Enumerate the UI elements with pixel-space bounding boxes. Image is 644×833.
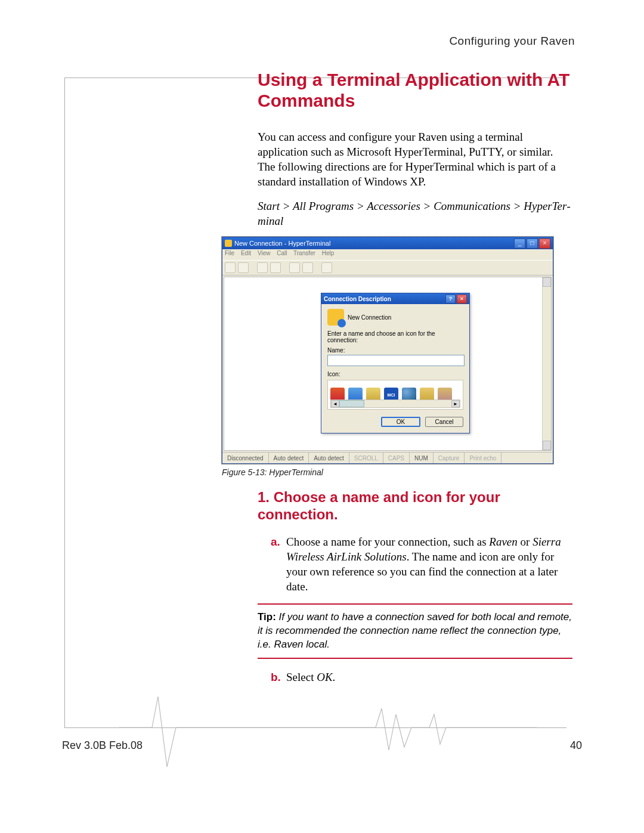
step-1a: a. Choose a name for your connection, su… [271, 534, 572, 594]
new-connection-label: New Connection [348, 314, 391, 321]
tip-label: Tip: [258, 611, 279, 623]
marker-b: b. [271, 670, 286, 685]
step-1b-text-2: . [333, 671, 336, 683]
hyperterminal-window: New Connection - HyperTerminal _ □ × Fil… [222, 237, 553, 464]
minimize-button[interactable]: _ [514, 239, 525, 249]
maximize-button[interactable]: □ [527, 239, 538, 249]
status-connection: Disconnected [222, 453, 269, 463]
tip-text: If you want to have a connection saved f… [258, 611, 572, 650]
window-title-text: New Connection - HyperTerminal [234, 240, 330, 247]
status-scroll: SCROLL [349, 453, 383, 463]
status-num: NUM [410, 453, 434, 463]
running-header: Configuring your Raven [449, 35, 575, 48]
tool-open-icon[interactable] [238, 262, 249, 273]
menu-file[interactable]: File [225, 250, 234, 256]
status-capture: Capture [434, 453, 465, 463]
ok-button[interactable]: OK [381, 417, 420, 427]
menu-path: Start > All Programs > Accessories > Com… [258, 199, 572, 228]
icon-scrollbar[interactable]: ◄ ► [330, 400, 460, 408]
menu-transfer[interactable]: Transfer [293, 250, 315, 256]
status-printecho: Print echo [465, 453, 501, 463]
menu-view[interactable]: View [258, 250, 271, 256]
step-1b-em: OK [317, 671, 332, 683]
cancel-button[interactable]: Cancel [425, 417, 463, 427]
status-detect-2: Auto detect [309, 453, 349, 463]
menu-edit[interactable]: Edit [241, 250, 251, 256]
scrollbar-vertical[interactable] [542, 277, 551, 450]
figure-caption: Figure 5-13: HyperTerminal [222, 467, 572, 477]
status-detect-1: Auto detect [269, 453, 309, 463]
step-1a-text-1: Choose a name for your connection, such … [286, 535, 489, 548]
step-1a-em-1: Raven [489, 535, 517, 548]
menu-bar: File Edit View Call Transfer Help [222, 249, 553, 260]
name-label: Name: [327, 347, 463, 354]
app-icon [225, 240, 232, 247]
step-1b-text-1: Select [286, 671, 317, 683]
tool-new-icon[interactable] [225, 262, 236, 273]
footer-revision: Rev 3.0B Feb.08 [62, 739, 143, 752]
dialog-title-text: Connection Description [324, 296, 391, 302]
scroll-up-icon[interactable] [543, 277, 551, 287]
step-1-heading: 1. Choose a name and icon for your conne… [258, 489, 572, 524]
connection-description-dialog: Connection Description ? × New Connectio… [321, 293, 470, 433]
footer-waveform-art [119, 690, 537, 774]
section-heading: Using a Terminal Application with AT Com… [258, 69, 572, 112]
hyperterminal-titlebar: New Connection - HyperTerminal _ □ × [222, 237, 553, 249]
tool-send-icon[interactable] [289, 262, 300, 273]
tool-call-icon[interactable] [257, 262, 268, 273]
scroll-down-icon[interactable] [543, 441, 551, 450]
dialog-help-button[interactable]: ? [445, 295, 456, 304]
scroll-right-icon[interactable]: ► [451, 400, 460, 407]
terminal-area: Connection Description ? × New Connectio… [224, 277, 552, 451]
step-1b: b. Select OK. [271, 670, 572, 685]
new-connection-icon [327, 309, 344, 326]
tool-receive-icon[interactable] [302, 262, 313, 273]
intro-paragraph: You can access and configure your Raven … [258, 129, 572, 189]
menu-help[interactable]: Help [322, 250, 335, 256]
rule-vertical [64, 78, 65, 727]
figure-hyperterminal: New Connection - HyperTerminal _ □ × Fil… [222, 237, 572, 464]
page-number: 40 [570, 739, 582, 752]
close-button[interactable]: × [539, 239, 550, 249]
status-bar: Disconnected Auto detect Auto detect SCR… [222, 452, 553, 463]
icon-label: Icon: [327, 371, 463, 377]
tool-properties-icon[interactable] [321, 262, 332, 273]
dialog-titlebar: Connection Description ? × [321, 293, 469, 304]
toolbar [222, 260, 553, 275]
scroll-left-icon[interactable]: ◄ [331, 400, 339, 407]
step-1a-text-2: or [518, 535, 532, 548]
marker-a: a. [271, 534, 286, 594]
name-input[interactable] [327, 355, 465, 366]
icon-picker[interactable]: MCI ◄ ► [327, 380, 463, 410]
dialog-close-button[interactable]: × [457, 295, 467, 304]
menu-call[interactable]: Call [277, 250, 287, 256]
dialog-instruction: Enter a name and choose an icon for the … [327, 330, 463, 343]
tool-hangup-icon[interactable] [270, 262, 281, 273]
tip-box: Tip: If you want to have a connection sa… [258, 603, 572, 659]
status-caps: CAPS [383, 453, 410, 463]
